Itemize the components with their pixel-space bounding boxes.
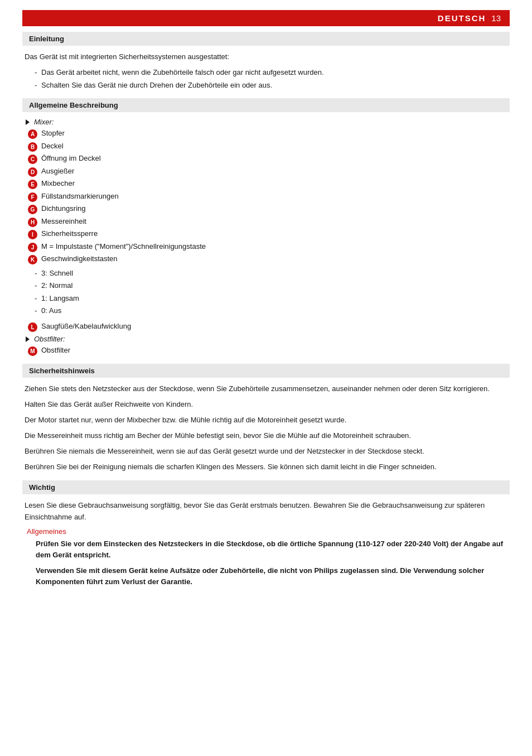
sicherheit-p6: Berühren Sie bei der Reinigung niemals d… bbox=[25, 461, 507, 473]
list-item: 1: Langsam bbox=[35, 293, 507, 304]
wichtig-bold1: Prüfen Sie vor dem Einstecken des Netzst… bbox=[36, 538, 507, 561]
list-item: F Füllstandsmarkierungen bbox=[28, 191, 507, 202]
component-text: Geschwindigkeitstasten bbox=[41, 253, 118, 264]
sicherheit-content: Ziehen Sie stets den Netzstecker aus der… bbox=[22, 383, 510, 473]
obstfilter-list: M Obstfilter bbox=[25, 345, 507, 356]
list-item: Das Gerät arbeitet nicht, wenn die Zubeh… bbox=[35, 67, 507, 78]
mixer-heading: Mixer: bbox=[26, 118, 507, 126]
arrow-icon bbox=[26, 119, 30, 125]
component-list: A Stopfer B Deckel C Öffnung im Deckel D… bbox=[25, 128, 507, 264]
allgemeine-content: Mixer: A Stopfer B Deckel C Öffnung im D… bbox=[22, 118, 510, 356]
list-item: D Ausgießer bbox=[28, 166, 507, 177]
list-item: E Mixbecher bbox=[28, 178, 507, 189]
list-item: J M = Impulstaste ("Moment")/Schnellrein… bbox=[28, 241, 507, 252]
badge-l: L bbox=[28, 322, 37, 332]
wichtig-bold2: Verwenden Sie mit diesem Gerät keine Auf… bbox=[36, 565, 507, 588]
wichtig-header: Wichtig bbox=[22, 480, 510, 494]
suction-text: Saugfüße/Kabelaufwicklung bbox=[41, 321, 131, 332]
sicherheit-p1: Ziehen Sie stets den Netzstecker aus der… bbox=[25, 383, 507, 394]
language-label: DEUTSCH bbox=[438, 13, 486, 23]
component-text: Stopfer bbox=[41, 128, 65, 139]
list-item: A Stopfer bbox=[28, 128, 507, 139]
badge-e: E bbox=[28, 180, 37, 189]
component-text: Deckel bbox=[41, 141, 64, 152]
badge-d: D bbox=[28, 167, 37, 177]
list-item: C Öffnung im Deckel bbox=[28, 153, 507, 164]
allgemeine-header: Allgemeine Beschreibung bbox=[22, 98, 510, 112]
arrow-icon bbox=[26, 336, 30, 342]
list-item: H Messereinheit bbox=[28, 216, 507, 227]
component-text: M = Impulstaste ("Moment")/Schnellreinig… bbox=[41, 241, 206, 252]
sicherheit-p4: Die Messereinheit muss richtig am Becher… bbox=[25, 430, 507, 441]
suction-list: L Saugfüße/Kabelaufwicklung bbox=[25, 321, 507, 332]
list-item: G Dichtungsring bbox=[28, 203, 507, 214]
list-item: M Obstfilter bbox=[28, 345, 507, 356]
sicherheit-p3: Der Motor startet nur, wenn der Mixbeche… bbox=[25, 415, 507, 426]
sicherheit-p5: Berühren Sie niemals die Messereinheit, … bbox=[25, 446, 507, 457]
header-bar: DEUTSCH 13 bbox=[22, 10, 510, 26]
einleitung-list: Das Gerät arbeitet nicht, wenn die Zubeh… bbox=[25, 67, 507, 90]
list-item: 3: Schnell bbox=[35, 268, 507, 279]
badge-g: G bbox=[28, 205, 37, 214]
page: DEUTSCH 13 Einleitung Das Gerät ist mit … bbox=[0, 0, 532, 756]
badge-a: A bbox=[28, 129, 37, 139]
obstfilter-text: Obstfilter bbox=[41, 345, 70, 356]
list-item: I Sicherheitssperre bbox=[28, 228, 507, 239]
list-item: B Deckel bbox=[28, 141, 507, 152]
badge-i: I bbox=[28, 230, 37, 239]
component-text: Ausgießer bbox=[41, 166, 74, 177]
einleitung-header: Einleitung bbox=[22, 32, 510, 46]
component-text: Öffnung im Deckel bbox=[41, 153, 101, 164]
badge-c: C bbox=[28, 155, 37, 164]
component-text: Sicherheitssperre bbox=[41, 228, 98, 239]
wichtig-intro: Lesen Sie diese Gebrauchsanweisung sorgf… bbox=[25, 500, 507, 522]
badge-h: H bbox=[28, 218, 37, 227]
einleitung-content: Das Gerät ist mit integrierten Sicherhei… bbox=[22, 51, 510, 90]
list-item: 2: Normal bbox=[35, 280, 507, 291]
component-text: Messereinheit bbox=[41, 216, 86, 227]
sicherheit-header: Sicherheitshinweis bbox=[22, 364, 510, 378]
sicherheit-p2: Halten Sie das Gerät außer Reichweite vo… bbox=[25, 399, 507, 410]
component-text: Füllstandsmarkierungen bbox=[41, 191, 119, 202]
page-number: 13 bbox=[491, 13, 501, 23]
badge-j: J bbox=[28, 243, 37, 252]
badge-b: B bbox=[28, 142, 37, 152]
component-text: Dichtungsring bbox=[41, 203, 86, 214]
list-item: 0: Aus bbox=[35, 305, 507, 316]
badge-k: K bbox=[28, 255, 37, 264]
list-item: L Saugfüße/Kabelaufwicklung bbox=[28, 321, 507, 332]
einleitung-intro: Das Gerät ist mit integrierten Sicherhei… bbox=[25, 51, 507, 62]
allgemeines-subheader: Allgemeines bbox=[27, 527, 507, 536]
speed-list: 3: Schnell 2: Normal 1: Langsam 0: Aus bbox=[25, 268, 507, 316]
badge-f: F bbox=[28, 192, 37, 202]
list-item: Schalten Sie das Gerät nie durch Drehen … bbox=[35, 80, 507, 91]
wichtig-content: Lesen Sie diese Gebrauchsanweisung sorgf… bbox=[22, 500, 510, 588]
list-item: K Geschwindigkeitstasten bbox=[28, 253, 507, 264]
obstfilter-heading: Obstfilter: bbox=[26, 335, 507, 343]
component-text: Mixbecher bbox=[41, 178, 75, 189]
badge-m: M bbox=[28, 346, 37, 356]
